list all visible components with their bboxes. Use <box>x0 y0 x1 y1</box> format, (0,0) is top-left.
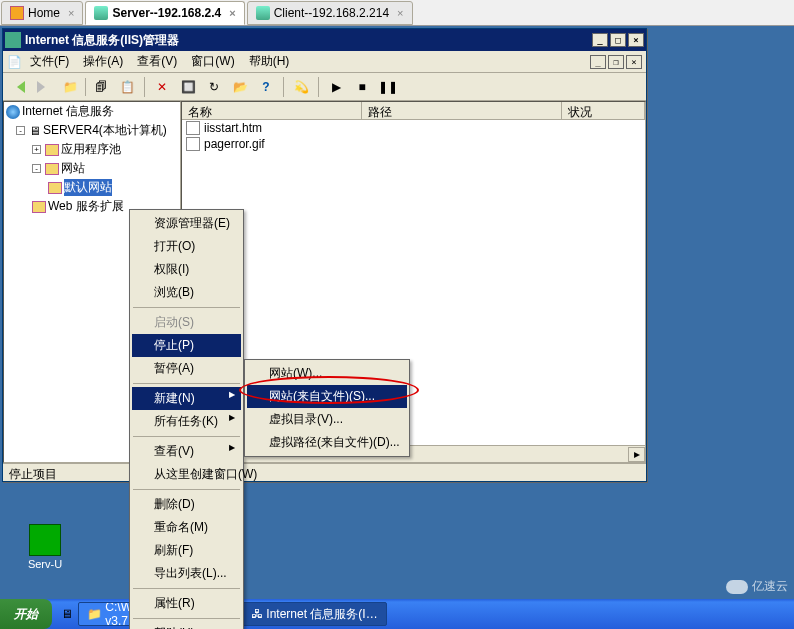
close-icon[interactable]: × <box>397 7 403 19</box>
tab-server[interactable]: Server--192.168.2.4 × <box>85 1 244 25</box>
column-path[interactable]: 路径 <box>362 102 562 119</box>
separator <box>133 588 240 589</box>
ctx-pause[interactable]: 暂停(A) <box>132 357 241 380</box>
ctx-new[interactable]: 新建(N) <box>132 387 241 410</box>
ctx-new-virtual-path-file[interactable]: 虚拟路径(来自文件)(D)... <box>247 431 407 454</box>
list-header: 名称 路径 状况 <box>182 102 645 120</box>
column-status[interactable]: 状况 <box>562 102 645 119</box>
action1-button[interactable]: 💫 <box>290 76 312 98</box>
tab-home[interactable]: Home × <box>1 1 83 25</box>
ctx-help[interactable]: 帮助(H) <box>132 622 241 629</box>
minimize-button[interactable]: _ <box>592 33 608 47</box>
tree-default-site[interactable]: 默认网站 <box>4 178 180 197</box>
menu-view[interactable]: 查看(V) <box>131 51 183 72</box>
ctx-all-tasks[interactable]: 所有任务(K) <box>132 410 241 433</box>
tab-client[interactable]: Client--192.168.2.214 × <box>247 1 413 25</box>
iis-icon: 🖧 <box>251 607 263 621</box>
start-button[interactable]: 开始 <box>0 599 52 629</box>
list-button[interactable]: 📋 <box>116 76 138 98</box>
ctx-browse[interactable]: 浏览(B) <box>132 281 241 304</box>
separator <box>133 436 240 437</box>
ctx-new-window[interactable]: 从这里创建窗口(W) <box>132 463 241 486</box>
desktop-icon-servu[interactable]: Serv-U <box>20 524 70 570</box>
context-menu-main: 资源管理器(E) 打开(O) 权限(I) 浏览(B) 启动(S) 停止(P) 暂… <box>129 209 244 629</box>
folder-icon <box>32 201 46 213</box>
start-label: 开始 <box>14 606 38 623</box>
ctx-stop[interactable]: 停止(P) <box>132 334 241 357</box>
ctx-explorer[interactable]: 资源管理器(E) <box>132 212 241 235</box>
stop-button[interactable]: ■ <box>351 76 373 98</box>
ctx-open[interactable]: 打开(O) <box>132 235 241 258</box>
status-text: 停止项目 <box>9 467 57 481</box>
ctx-properties[interactable]: 属性(R) <box>132 592 241 615</box>
ctx-new-website-file[interactable]: 网站(来自文件)(S)... <box>247 385 407 408</box>
up-button[interactable]: 📁 <box>59 76 81 98</box>
taskbar-item-iis[interactable]: 🖧 Internet 信息服务(I… <box>242 602 387 626</box>
ctx-start: 启动(S) <box>132 311 241 334</box>
menu-file[interactable]: 文件(F) <box>24 51 75 72</box>
help-icon: ? <box>262 80 269 94</box>
tab-label: Server--192.168.2.4 <box>112 6 221 20</box>
collapse-icon[interactable]: - <box>32 164 41 173</box>
tree-server[interactable]: -🖥 SERVER4(本地计算机) <box>4 121 180 140</box>
ctx-rename[interactable]: 重命名(M) <box>132 516 241 539</box>
ctx-new-website[interactable]: 网站(W)... <box>247 362 407 385</box>
stop2-button[interactable]: 🔲 <box>177 76 199 98</box>
quicklaunch-icon[interactable]: 🖥 <box>58 602 76 626</box>
statusbar: 停止项目 <box>3 463 646 481</box>
separator <box>133 618 240 619</box>
close-button[interactable]: × <box>628 33 644 47</box>
task-label: Internet 信息服务(I… <box>266 606 377 623</box>
ctx-view[interactable]: 查看(V) <box>132 440 241 463</box>
ctx-new-virtual-dir[interactable]: 虚拟目录(V)... <box>247 408 407 431</box>
ctx-delete[interactable]: 删除(D) <box>132 493 241 516</box>
expand-icon[interactable]: + <box>32 145 41 154</box>
scroll-right-button[interactable]: ▸ <box>628 447 645 462</box>
explorer-button[interactable]: 📂 <box>229 76 251 98</box>
taskbar: 开始 🖥 📁 C:\WinWebMail v3.7.1.1 🖧 Internet… <box>0 599 794 629</box>
collapse-icon[interactable]: - <box>16 126 25 135</box>
menu-help[interactable]: 帮助(H) <box>243 51 296 72</box>
column-name[interactable]: 名称 <box>182 102 362 119</box>
delete-icon: ✕ <box>157 80 167 94</box>
list-row[interactable]: pagerror.gif <box>182 136 645 152</box>
maximize-button[interactable]: □ <box>610 33 626 47</box>
pause-button[interactable]: ❚❚ <box>377 76 399 98</box>
properties-button[interactable]: 🗐 <box>90 76 112 98</box>
refresh-button[interactable]: ↻ <box>203 76 225 98</box>
globe-icon <box>6 105 20 119</box>
ctx-permissions[interactable]: 权限(I) <box>132 258 241 281</box>
titlebar[interactable]: Internet 信息服务(IIS)管理器 _ □ × <box>3 29 646 51</box>
separator <box>133 383 240 384</box>
server-icon: 🖥 <box>29 124 41 138</box>
file-icon <box>186 137 200 151</box>
play-button[interactable]: ▶ <box>325 76 347 98</box>
tree-websites[interactable]: - 网站 <box>4 159 180 178</box>
folder-icon <box>45 163 59 175</box>
tree-app-pools[interactable]: + 应用程序池 <box>4 140 180 159</box>
window-title: Internet 信息服务(IIS)管理器 <box>25 32 179 49</box>
menu-action[interactable]: 操作(A) <box>77 51 129 72</box>
menu-window[interactable]: 窗口(W) <box>185 51 240 72</box>
ctx-export-list[interactable]: 导出列表(L)... <box>132 562 241 585</box>
arrow-forward-icon <box>37 81 51 93</box>
toolbar: 📁 🗐 📋 ✕ 🔲 ↻ 📂 ? 💫 ▶ ■ ❚❚ <box>3 73 646 101</box>
mdi-minimize-button[interactable]: _ <box>590 55 606 69</box>
mdi-close-button[interactable]: × <box>626 55 642 69</box>
folder-icon <box>45 144 59 156</box>
mdi-restore-button[interactable]: ❐ <box>608 55 624 69</box>
close-icon[interactable]: × <box>68 7 74 19</box>
ctx-refresh[interactable]: 刷新(F) <box>132 539 241 562</box>
home-icon <box>10 6 24 20</box>
tree-root[interactable]: Internet 信息服务 <box>4 102 180 121</box>
arrow-back-icon <box>11 81 25 93</box>
client-icon <box>256 6 270 20</box>
close-icon[interactable]: × <box>229 7 235 19</box>
forward-button[interactable] <box>33 76 55 98</box>
servu-icon <box>29 524 61 556</box>
delete-button[interactable]: ✕ <box>151 76 173 98</box>
list-row[interactable]: iisstart.htm <box>182 120 645 136</box>
help-button[interactable]: ? <box>255 76 277 98</box>
back-button[interactable] <box>7 76 29 98</box>
icon-label: Serv-U <box>20 558 70 570</box>
